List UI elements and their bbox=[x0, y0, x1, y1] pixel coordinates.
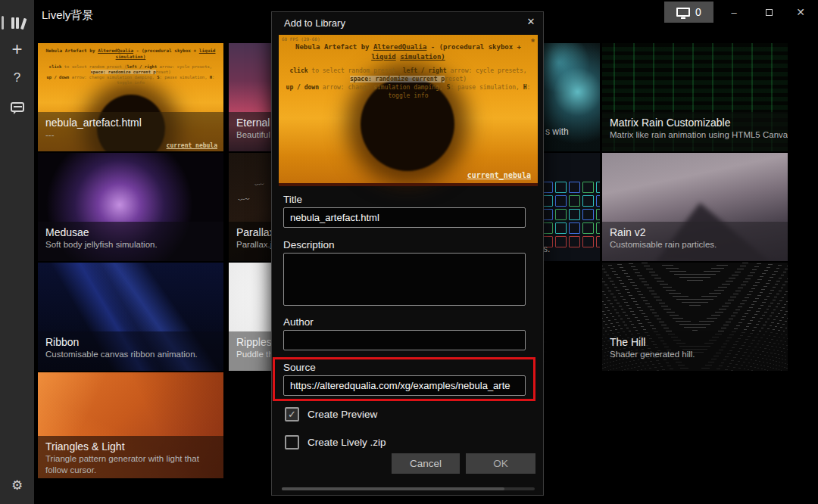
fps-counter: 60 FPS (29-60) bbox=[282, 36, 320, 42]
tile-title: nebula_artefact.html bbox=[45, 116, 216, 129]
tile-desc-fragment: s. bbox=[543, 244, 550, 254]
minimize-button[interactable]: – bbox=[721, 2, 747, 23]
close-icon: ✕ bbox=[527, 16, 535, 27]
tile-title: Rain v2 bbox=[610, 226, 780, 239]
question-icon: ? bbox=[14, 70, 20, 86]
preview-watermark: current_nebula bbox=[467, 171, 531, 179]
tile-caption: Triangles & Light Triangle pattern gener… bbox=[38, 436, 223, 478]
title-input[interactable] bbox=[283, 207, 526, 228]
tile-desc: Customisable rain particles. bbox=[610, 239, 780, 250]
nebula-overlay-heading: Nebula Artefact by AlteredQualia - (proc… bbox=[45, 48, 216, 60]
tile-title: Medusae bbox=[45, 226, 216, 239]
close-icon: ✕ bbox=[796, 6, 805, 18]
source-input[interactable] bbox=[283, 375, 526, 396]
minimize-icon: – bbox=[731, 7, 736, 18]
description-input[interactable] bbox=[283, 253, 526, 306]
checkbox-label: Create Preview bbox=[308, 409, 377, 420]
tile-ribbon[interactable]: Ribbon Customisable canvas ribbon animat… bbox=[38, 263, 223, 371]
nebula-watermark: current_nebula bbox=[167, 142, 217, 149]
maximize-button[interactable] bbox=[756, 2, 782, 23]
bird-graphic: ﹏ bbox=[237, 191, 251, 203]
library-books-icon bbox=[11, 17, 23, 29]
create-preview-checkbox-row[interactable]: ✓ Create Preview bbox=[285, 407, 377, 422]
tile-title: Ribbon bbox=[45, 335, 216, 349]
tile-caption: Matrix Rain Customizable Matrix like rai… bbox=[602, 112, 788, 151]
checkbox-label: Create Lively .zip bbox=[308, 437, 386, 448]
tile-desc: Triangle pattern generator with light th… bbox=[45, 453, 216, 476]
app-title: Lively背景 bbox=[42, 8, 93, 23]
tile-the-hill[interactable]: The Hill Shader generated hill. bbox=[602, 263, 788, 371]
sidebar-item-settings[interactable]: ⚙ bbox=[0, 474, 34, 496]
title-label: Title bbox=[283, 194, 302, 205]
tile-desc-fragment: s with bbox=[545, 126, 569, 137]
tile-title: The Hill bbox=[610, 335, 780, 349]
tile-caption: Ribbon Customisable canvas ribbon animat… bbox=[38, 331, 223, 371]
preview-heading: Nebula Artefact by AlteredQualia - (proc… bbox=[289, 42, 528, 62]
dialog-close-button[interactable]: ✕ bbox=[522, 16, 540, 31]
gear-icon: ⚙ bbox=[11, 478, 23, 493]
author-label: Author bbox=[283, 316, 314, 328]
source-label: Source bbox=[283, 362, 316, 373]
tile-title: Triangles & Light bbox=[45, 440, 216, 453]
sidebar-item-add[interactable]: + bbox=[0, 38, 34, 61]
add-to-library-dialog: Add to Library ✕ 60 FPS (29-60) * Nebula… bbox=[271, 11, 544, 496]
monitor-icon bbox=[676, 8, 690, 17]
tile-caption: Medusae Soft body jellyfish simulation. bbox=[38, 222, 223, 261]
preview-bottom-strip bbox=[279, 183, 538, 186]
preview-instructions: click to select random preset (left / ri… bbox=[284, 67, 532, 100]
tile-rain-v2[interactable]: Rain v2 Customisable rain particles. bbox=[602, 153, 788, 261]
plus-icon: + bbox=[11, 39, 22, 60]
tile-desc: Shader generated hill. bbox=[610, 349, 780, 359]
sidebar-item-help[interactable]: ? bbox=[0, 67, 34, 89]
tile-caption: The Hill Shader generated hill. bbox=[602, 331, 788, 371]
sidebar: + ? ⚙ bbox=[0, 0, 34, 504]
maximize-icon bbox=[766, 9, 773, 16]
tile-desc: Soft body jellyfish simulation. bbox=[45, 239, 216, 250]
chat-bubble-icon bbox=[11, 102, 24, 112]
tile-desc: Matrix like rain animation using HTML5 C… bbox=[610, 129, 780, 140]
dialog-title: Add to Library bbox=[284, 17, 345, 29]
create-zip-checkbox-row[interactable]: Create Lively .zip bbox=[285, 435, 386, 450]
checkbox-checked-icon[interactable]: ✓ bbox=[285, 407, 299, 422]
sidebar-item-feedback[interactable] bbox=[0, 95, 34, 118]
bird-graphic: ﹏ bbox=[254, 177, 265, 188]
wallpaper-preview: 60 FPS (29-60) * Nebula Artefact by Alte… bbox=[279, 35, 538, 186]
nebula-overlay-instructions: click to select random preset (left / ri… bbox=[42, 64, 220, 86]
window-close-button[interactable]: ✕ bbox=[788, 2, 813, 23]
sidebar-item-library[interactable] bbox=[0, 11, 34, 34]
author-input[interactable] bbox=[283, 330, 526, 350]
tile-nebula-artefact[interactable]: Nebula Artefact by AlteredQualia - (proc… bbox=[38, 43, 223, 151]
checkbox-unchecked-icon[interactable] bbox=[285, 435, 299, 450]
description-label: Description bbox=[283, 239, 335, 250]
tile-caption: Rain v2 Customisable rain particles. bbox=[602, 222, 788, 261]
dialog-horizontal-scrollbar[interactable] bbox=[282, 487, 535, 490]
tile-desc: --- bbox=[45, 129, 216, 140]
tile-title: Matrix Rain Customizable bbox=[610, 116, 780, 129]
tile-triangles-light[interactable]: Triangles & Light Triangle pattern gener… bbox=[38, 372, 223, 478]
tile-medusae[interactable]: Medusae Soft body jellyfish simulation. bbox=[38, 153, 223, 261]
tile-desc: Customisable canvas ribbon animation. bbox=[45, 349, 216, 359]
active-wallpaper-button[interactable]: 0 bbox=[664, 2, 713, 23]
ok-button[interactable]: OK bbox=[466, 453, 535, 474]
scrollbar-thumb[interactable] bbox=[282, 487, 504, 490]
tile-matrix-rain[interactable]: Matrix Rain Customizable Matrix like rai… bbox=[602, 43, 788, 151]
snowflake-icon: * bbox=[531, 36, 535, 48]
wallpaper-count: 0 bbox=[695, 6, 701, 18]
cancel-button[interactable]: Cancel bbox=[392, 453, 460, 474]
